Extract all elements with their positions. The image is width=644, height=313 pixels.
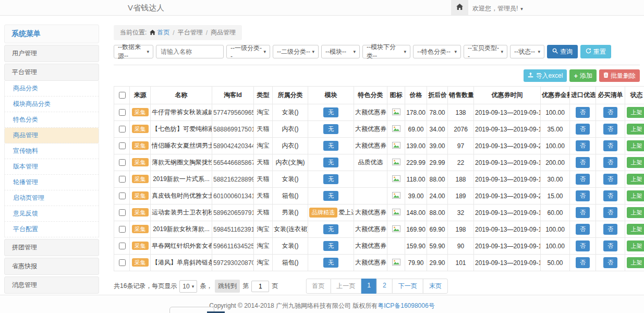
status-toggle[interactable]: 上架: [627, 107, 644, 118]
import-optimal-cell: 否: [570, 154, 596, 171]
row-checkbox[interactable]: [119, 209, 126, 216]
sidebar-item-2[interactable]: 商品分类: [4, 81, 99, 97]
sidebar-item-7[interactable]: 版本管理: [4, 159, 99, 175]
filter-select-0[interactable]: --数据来源--▾: [114, 45, 153, 58]
import-optimal-toggle[interactable]: 否: [576, 174, 590, 185]
row-checkbox[interactable]: [119, 142, 126, 149]
import-optimal-toggle[interactable]: 否: [576, 140, 590, 151]
must-buy-toggle[interactable]: 否: [603, 107, 617, 118]
row-checkbox[interactable]: [119, 159, 126, 166]
top-header: V省钱达人 欢迎您，管理员! ▾: [0, 0, 644, 16]
status-toggle[interactable]: 上架: [627, 224, 644, 235]
sidebar-item-8[interactable]: 轮播管理: [4, 175, 99, 190]
must-buy-toggle[interactable]: 否: [603, 257, 617, 268]
search-button[interactable]: 查询: [547, 45, 578, 58]
status-toggle[interactable]: 上架: [627, 257, 644, 268]
status-toggle[interactable]: 上架: [627, 140, 644, 151]
status-toggle[interactable]: 上架: [627, 124, 644, 135]
status-toggle[interactable]: 上架: [627, 240, 644, 251]
name-search-input[interactable]: [156, 45, 224, 58]
sidebar-group-1[interactable]: 平台管理: [4, 64, 99, 81]
status-toggle[interactable]: 上架: [627, 207, 644, 218]
sales-count: 97: [448, 138, 474, 154]
product-category: 箱包(): [273, 255, 308, 271]
jump-button[interactable]: 跳转到: [215, 280, 240, 293]
must-buy-toggle[interactable]: 否: [603, 140, 617, 151]
import-optimal-toggle[interactable]: 否: [576, 257, 590, 268]
coupon-amount: 100.00: [541, 138, 570, 154]
row-checkbox[interactable]: [119, 243, 126, 249]
must-buy-toggle[interactable]: 否: [603, 207, 617, 218]
import-optimal-toggle[interactable]: 否: [576, 207, 590, 218]
sidebar-group-12[interactable]: 拼团管理: [4, 239, 99, 256]
status-toggle[interactable]: 上架: [627, 157, 644, 168]
feature-category: 大额优惠券: [354, 104, 387, 121]
filter-select-2[interactable]: --一级分类--▾: [226, 45, 270, 58]
must-buy-toggle[interactable]: 否: [603, 174, 617, 185]
page-button-1[interactable]: 上一页: [330, 279, 361, 294]
copyright-text: Copyright © 2014-2018 广州九驰网络科技有限公司 版权所有: [209, 302, 378, 309]
icp-link[interactable]: 粤ICP备16098006号: [378, 302, 434, 309]
page-button-3[interactable]: 2: [376, 279, 393, 294]
coupon-time: 2019-09-13—2019-09-17: [474, 104, 541, 121]
import-optimal-toggle[interactable]: 否: [576, 190, 590, 201]
import-optimal-toggle[interactable]: 否: [576, 107, 590, 118]
must-buy-toggle[interactable]: 否: [603, 240, 617, 251]
must-buy-toggle[interactable]: 否: [603, 157, 617, 168]
sidebar-item-6[interactable]: 宣传物料: [4, 143, 99, 159]
filter-select-7[interactable]: --宝贝类型--▾: [464, 45, 507, 58]
column-header-8: 价格: [405, 87, 427, 104]
filter-select-6[interactable]: --特色分类--▾: [413, 45, 461, 58]
price: 139.00: [405, 138, 427, 154]
row-checkbox[interactable]: [119, 176, 126, 183]
filter-select-5[interactable]: --模块下分类--▾: [362, 45, 410, 58]
page-button-2[interactable]: 1: [361, 279, 377, 294]
page-number-input[interactable]: [251, 281, 269, 292]
sidebar-group-14[interactable]: 消息管理: [4, 276, 99, 294]
must-buy-toggle[interactable]: 否: [603, 190, 617, 201]
page-button-4[interactable]: 下一页: [392, 279, 423, 294]
must-buy-toggle[interactable]: 否: [603, 124, 617, 135]
filter-select-4[interactable]: --模块--▾: [321, 45, 360, 58]
page-button-0[interactable]: 首页: [306, 279, 331, 294]
select-all-checkbox[interactable]: [119, 92, 126, 99]
module-content: 无: [323, 141, 338, 151]
add-button[interactable]: + 添加: [569, 69, 597, 82]
import-optimal-cell: 否: [570, 255, 596, 271]
row-checkbox[interactable]: [119, 192, 126, 199]
row-checkbox[interactable]: [119, 109, 126, 116]
per-page-select[interactable]: 10 ▾: [179, 280, 197, 293]
sidebar-item-3[interactable]: 模块商品分类: [4, 97, 99, 112]
coupon-amount: 200.00: [541, 154, 570, 171]
sidebar-item-9[interactable]: 启动页管理: [4, 190, 99, 206]
sidebar-item-11[interactable]: 平台配置: [4, 222, 99, 237]
sidebar-group-13[interactable]: 省惠快报: [4, 258, 99, 275]
import-optimal-toggle[interactable]: 否: [576, 157, 590, 168]
filter-select-8[interactable]: --状态--▾: [510, 45, 544, 58]
filter-select-label: --二级分类--: [277, 47, 310, 56]
home-button[interactable]: [451, 0, 468, 15]
price: 159.90: [405, 238, 427, 255]
filter-select-3[interactable]: --二级分类--▾: [273, 45, 319, 58]
user-menu[interactable]: 欢迎您，管理员! ▾: [472, 4, 523, 13]
row-checkbox[interactable]: [119, 259, 126, 266]
import-optimal-toggle[interactable]: 否: [576, 224, 590, 235]
row-checkbox[interactable]: [119, 126, 126, 133]
reset-button[interactable]: 重置: [580, 45, 611, 58]
import-optimal-toggle[interactable]: 否: [576, 124, 590, 135]
status-toggle[interactable]: 上架: [627, 190, 644, 201]
import-optimal-toggle[interactable]: 否: [576, 240, 590, 251]
sidebar-group-0[interactable]: 用户管理: [4, 45, 99, 62]
sidebar-item-5[interactable]: 商品管理: [4, 128, 99, 143]
sidebar-item-4[interactable]: 特色分类: [4, 112, 99, 128]
breadcrumb-home-link[interactable]: 首页: [150, 28, 169, 37]
module-badge: 无: [323, 158, 338, 167]
page-button-5[interactable]: 末页: [423, 279, 448, 294]
bulk-delete-button[interactable]: 批量删除: [599, 69, 640, 82]
coupon-time: 2019-09-13—2019-09-15: [474, 204, 541, 221]
import-excel-button[interactable]: 导入excel: [524, 69, 567, 82]
status-toggle[interactable]: 上架: [627, 174, 644, 185]
must-buy-toggle[interactable]: 否: [603, 224, 617, 235]
row-checkbox[interactable]: [119, 226, 126, 233]
sidebar-item-10[interactable]: 意见反馈: [4, 206, 99, 222]
